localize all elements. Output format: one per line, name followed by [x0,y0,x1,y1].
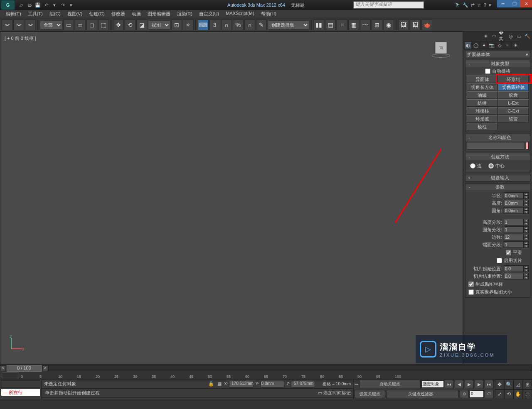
object-type-button[interactable]: L-Ext [498,99,529,107]
object-type-button[interactable]: 胶囊 [498,91,529,99]
spinner-up-icon[interactable]: ▲ [524,207,529,211]
layers-icon[interactable]: ≡ [337,20,347,30]
goto-end-icon[interactable]: ⏭ [485,380,494,388]
undo-link-icon[interactable]: ⫘ [2,20,12,30]
spinner-down-icon[interactable]: ▼ [524,203,529,206]
qat-save-icon[interactable]: 💾 [34,1,42,9]
key-mode-icon[interactable]: ⊙ [460,390,469,398]
display-icon[interactable]: ▭ [515,32,523,40]
named-selection-dropdown[interactable]: 创建选择集 [268,20,309,29]
coord-display-icon[interactable]: ▦ [217,381,222,387]
spinner-down-icon[interactable]: ▼ [524,230,529,233]
menu-item[interactable]: 工具(T) [25,10,46,18]
time-ruler[interactable]: 0510152025303540455055606570758085909510… [0,372,532,379]
menu-item[interactable]: 组(G) [46,10,64,18]
exchange-icon[interactable]: ⇄ [471,2,475,8]
menu-item[interactable]: 创建(C) [86,10,108,18]
keyboard-entry-rollout-header[interactable]: +键盘输入 [466,174,530,181]
object-type-button[interactable]: 棱柱 [467,123,498,130]
menu-item[interactable]: 视图(V) [64,10,86,18]
create-category-dropdown[interactable]: 扩展基本体▾ [465,51,530,58]
cap-segs-spinner[interactable] [504,241,524,248]
spinner-down-icon[interactable]: ▼ [524,222,529,225]
fov-icon[interactable]: ◿ [514,380,523,389]
object-type-button[interactable]: 环形结 [498,76,529,83]
mirror-icon[interactable]: ▮▮ [313,20,324,30]
arc-icon[interactable]: ◠ [490,32,498,40]
angle-snap-icon[interactable]: ∩ [221,20,232,30]
qat-undo-icon[interactable]: ↶ [42,1,50,9]
space-warps-tab[interactable]: ≈ [504,42,511,49]
select-object-icon[interactable]: ▭ [63,20,74,30]
align-icon[interactable]: ▤ [325,20,336,30]
real-world-checkbox[interactable] [468,289,474,295]
object-type-button[interactable]: 切角圆柱体 [498,83,529,91]
scale-icon[interactable]: ◪ [136,20,147,30]
object-type-rollout-header[interactable]: -对象类型 [466,60,530,67]
qat-open-icon[interactable]: 🗁 [26,1,33,9]
wrench-icon[interactable]: 🔧 [463,2,468,8]
spinner-up-icon[interactable]: ▲ [524,200,529,203]
gen-map-checkbox[interactable] [468,282,474,287]
shapes-tab[interactable]: ◯ [472,42,480,49]
time-slider-track[interactable] [48,365,532,371]
object-type-button[interactable]: 油罐 [467,91,498,99]
menu-item[interactable]: 修改器 [108,10,128,18]
help-icon[interactable]: ? [484,2,486,8]
slice-to-spinner[interactable] [504,273,524,279]
viewport-front[interactable]: [ + 0 前 0 线框 ] 前 z x [0,32,463,364]
key-icon[interactable]: ⊸ [355,382,358,387]
spinner-up-icon[interactable]: ▲ [524,219,529,222]
menu-item[interactable]: 渲染(R) [174,10,196,18]
time-slider[interactable]: < 0 / 100 > [0,364,532,372]
help-drop-icon[interactable]: ▾ [489,2,491,8]
globe-icon[interactable]: ◎ [507,32,515,40]
menu-item[interactable]: 帮助(H) [258,10,280,18]
spinner-snap-icon[interactable]: ∩ [244,20,255,30]
spinner-up-icon[interactable]: ▲ [524,192,529,196]
object-color-swatch[interactable] [526,142,529,149]
creation-method-rollout-header[interactable]: -创建方法 [466,153,530,160]
parameters-rollout-header[interactable]: -参数 [466,184,530,190]
script-mini-listener[interactable] [1,380,40,388]
set-key-button[interactable]: 设置关键点 [355,390,385,398]
cameras-tab[interactable]: 📷 [488,42,495,49]
time-slider-handle[interactable]: 0 / 100 [7,365,42,372]
goto-start-icon[interactable]: ⏮ [445,380,454,388]
coord-y[interactable]: 0.0mm [260,381,284,387]
object-type-button[interactable]: 切角长方体 [467,83,498,91]
object-type-button[interactable]: 纺锤 [467,99,498,107]
key-selection-dropdown[interactable] [421,380,444,388]
schematic-icon[interactable]: ⊞ [372,20,382,30]
center-radio[interactable]: 中心 [488,163,505,169]
select-region-rect-icon[interactable]: ◻ [86,20,97,30]
slice-from-spinner[interactable] [504,265,524,272]
qat-new-icon[interactable]: ▱ [17,1,25,9]
binoculars-icon[interactable]: 🔭 [454,2,460,8]
menu-item[interactable]: 动画 [128,10,144,18]
pan-view-icon[interactable]: ✋ [514,389,523,399]
object-name-input[interactable] [467,142,525,149]
rotate-icon[interactable]: ⟲ [125,20,135,30]
snap-3-icon[interactable]: 3 [209,20,220,30]
height-segs-spinner[interactable] [504,219,524,225]
spinner-down-icon[interactable]: ▼ [524,276,529,279]
qat-redo-icon[interactable]: ↷ [59,1,66,9]
window-maximize-button[interactable]: ❐ [509,0,520,7]
fillet-segs-spinner[interactable] [504,226,524,233]
hammer-icon[interactable]: 🔨 [524,32,531,40]
spinner-down-icon[interactable]: ▼ [524,196,529,199]
spinner-up-icon[interactable]: ▲ [524,241,529,245]
height-spinner[interactable] [504,200,524,206]
pivot-icon[interactable]: ⊡ [171,20,182,30]
zoom-all-icon[interactable]: ⊞ [523,380,532,389]
spinner-up-icon[interactable]: ▲ [524,265,529,269]
spinner-down-icon[interactable]: ▼ [524,237,529,240]
selection-lock-icon[interactable]: 🔒 [208,381,215,387]
time-config-icon[interactable]: ⏱ [485,390,494,398]
zoom-extents-icon[interactable]: ⤢ [495,389,504,399]
app-logo[interactable]: G [1,0,15,10]
name-color-rollout-header[interactable]: -名称和颜色 [466,134,530,141]
menu-item[interactable]: 自定义(U) [196,10,222,18]
add-time-tag[interactable]: 添加时间标记 [323,390,351,396]
